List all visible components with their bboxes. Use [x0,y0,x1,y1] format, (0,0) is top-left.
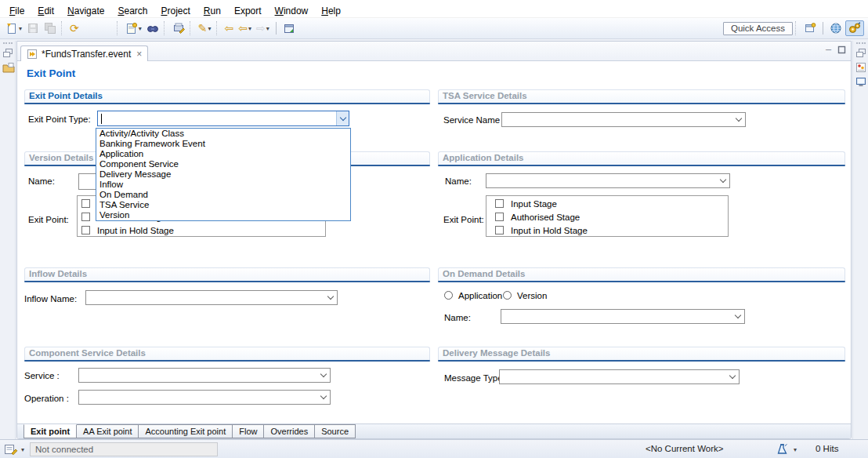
combo-dropdown-button[interactable] [336,111,349,125]
dropdown-option[interactable]: Application [96,149,350,159]
minimize-editor-button[interactable]: ─ [826,45,831,54]
quick-access-box[interactable]: Quick Access [723,22,793,35]
toolbar-separator [216,21,219,35]
chevron-down-icon: ▾ [266,25,269,32]
save-all-button[interactable] [42,20,58,37]
web-perspective-button[interactable] [828,20,844,36]
application-name-combo[interactable] [486,173,730,188]
authorised-stage-checkbox[interactable] [81,213,90,221]
input-stage-checkbox[interactable] [495,199,504,208]
menu-edit[interactable]: Edit [31,5,61,17]
tsa-service-name-combo[interactable] [501,112,746,127]
section-underline [24,103,430,104]
tab-flow[interactable]: Flow [233,424,264,438]
open-perspective-icon [804,22,816,35]
back-edit-arrow-icon: ⇦ [225,23,234,34]
combo-dropdown-button[interactable] [731,310,744,323]
menu-navigate[interactable]: Navigate [61,5,111,17]
restore-pane-button[interactable] [2,48,13,59]
toolbar-separator [117,21,120,35]
dropdown-option[interactable]: Component Service [96,159,350,169]
input-in-hold-stage-checkbox[interactable] [81,226,90,234]
rail-drag-handle[interactable] [3,42,13,45]
input-stage-checkbox[interactable] [81,199,90,208]
component-operation-combo[interactable] [78,390,331,405]
tab-aa-exit-point[interactable]: AA Exit point [77,424,139,438]
flask-icon-button[interactable] [776,443,788,456]
chevron-down-icon [327,293,333,300]
combo-dropdown-button[interactable] [324,291,337,304]
message-type-combo[interactable] [499,369,740,384]
toolbar-divider [823,22,823,35]
menu-project[interactable]: Project [154,5,197,17]
search-records-button[interactable] [145,20,161,37]
dropdown-option[interactable]: Version [96,210,350,220]
new-file-button[interactable]: ▾ [4,20,24,37]
chevron-down-icon [320,371,326,377]
menu-search[interactable]: Search [111,5,154,17]
refresh-connection-button[interactable]: ⟳ [68,20,81,37]
application-input-stage-row: Input Stage [495,198,557,209]
tab-source[interactable]: Source [315,424,356,438]
save-button[interactable] [25,20,41,37]
dropdown-option[interactable]: Activity/Activity Class [96,129,350,139]
menu-help[interactable]: Help [315,5,348,17]
version-exit-point-label: Exit Point: [28,215,69,224]
dropdown-option[interactable]: TSA Service [96,200,350,210]
component-service-combo[interactable] [78,368,331,383]
inflow-name-combo[interactable] [85,290,338,305]
toolbar-separator [164,21,167,35]
section-underline [438,103,845,104]
console-view-button[interactable] [855,76,866,87]
project-explorer-view-button[interactable] [2,62,13,73]
link-with-editor-button[interactable] [281,20,297,37]
tab-exit-point[interactable]: Exit point [24,424,77,438]
restore-pane-button[interactable] [855,48,866,59]
dropdown-option[interactable]: On Demand [96,190,350,200]
connection-launcher-button[interactable] [4,443,18,456]
section-title: Delivery Message Details [443,348,550,358]
forward-history-button[interactable]: ⇨ ▾ [255,20,271,37]
generate-deliverable-button[interactable] [171,20,186,37]
open-perspective-button[interactable] [802,20,818,36]
chevron-down-icon[interactable]: ▾ [794,446,797,453]
forward-arrow-icon: ⇨ [256,23,266,34]
connection-status-field[interactable]: Not connected [30,442,218,456]
maximize-editor-button[interactable] [837,45,846,54]
menu-window[interactable]: Window [269,5,316,17]
rail-drag-handle[interactable] [856,42,866,45]
binoculars-icon [146,22,159,35]
last-edit-location-button[interactable]: ⇦ [223,20,236,37]
chevron-down-icon[interactable]: ▾ [21,446,24,453]
on-demand-name-combo[interactable] [501,309,745,324]
combo-dropdown-button[interactable] [716,174,729,187]
chevron-down-icon: ▾ [139,25,142,32]
combo-dropdown-button[interactable] [732,113,745,126]
tab-overrides[interactable]: Overrides [264,424,315,438]
combo-dropdown-button[interactable] [725,370,739,383]
exit-point-type-combo[interactable] [97,111,349,126]
menu-run[interactable]: Run [197,5,228,17]
dropdown-option[interactable]: Inflow [96,180,350,190]
left-view-rail [0,41,16,439]
close-icon[interactable]: × [136,49,142,60]
application-radio[interactable] [444,291,453,300]
section-title: TSA Service Details [443,91,527,100]
tab-fundstransfer-event[interactable]: *FundsTransfer.event × [20,45,148,61]
toolbar-separator [61,21,64,35]
back-history-button[interactable]: ⇦ ▾ [237,20,253,37]
palette-view-button[interactable] [855,62,866,73]
authorised-stage-checkbox[interactable] [495,213,504,221]
tab-accounting-exit-point[interactable]: Accounting Exit point [139,424,233,438]
design-perspective-button[interactable] [845,20,864,36]
menu-file[interactable]: File [3,5,31,17]
run-button[interactable]: ✎ ▾ [197,20,213,37]
dropdown-option[interactable]: Banking Framework Event [96,139,350,149]
new-wizard-button[interactable]: ▾ [124,20,143,37]
combo-dropdown-button[interactable] [316,391,330,404]
input-in-hold-stage-checkbox[interactable] [495,226,504,234]
version-radio[interactable] [503,291,512,300]
menu-export[interactable]: Export [228,5,269,17]
combo-dropdown-button[interactable] [316,369,330,382]
dropdown-option[interactable]: Delivery Message [96,169,350,180]
